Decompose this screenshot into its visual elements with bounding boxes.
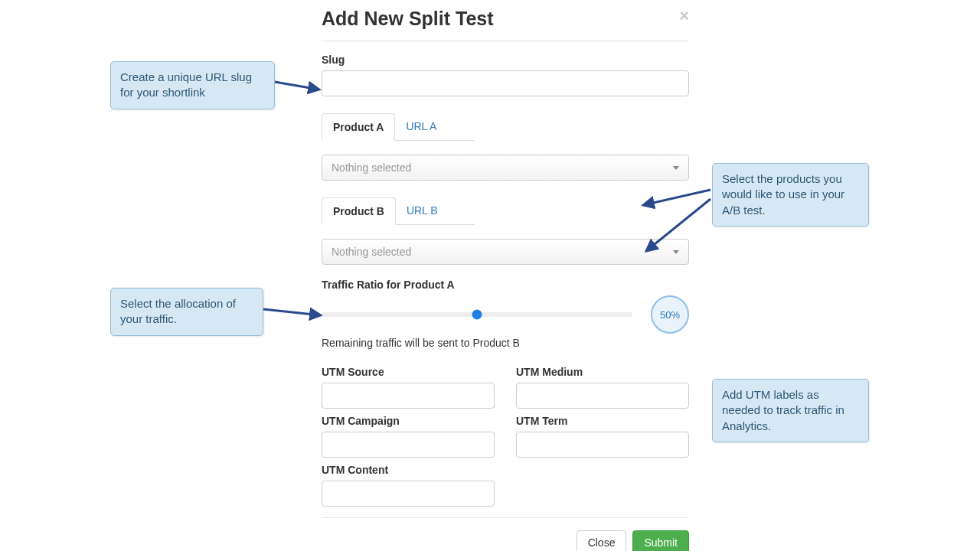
utm-source-input[interactable]: [322, 383, 495, 409]
svg-line-0: [275, 82, 319, 90]
tab-product-a[interactable]: Product A: [322, 113, 395, 141]
product-a-select-text: Nothing selected: [332, 161, 411, 174]
divider: [322, 517, 689, 518]
tabs-product-a: Product A URL A: [322, 113, 475, 141]
arrow-icon: [628, 174, 720, 266]
svg-line-1: [643, 190, 710, 205]
traffic-helper-text: Remaining traffic will be sent to Produc…: [322, 337, 689, 349]
traffic-ratio-label: Traffic Ratio for Product A: [322, 279, 689, 291]
submit-button[interactable]: Submit: [632, 530, 689, 551]
svg-line-3: [263, 309, 321, 315]
arrow-icon: [275, 76, 328, 99]
utm-term-label: UTM Term: [516, 415, 689, 427]
utm-campaign-label: UTM Campaign: [322, 415, 495, 427]
slug-label: Slug: [322, 54, 689, 66]
modal-header: Add New Split Test ×: [322, 8, 689, 41]
tabs-product-b: Product B URL B: [322, 197, 475, 225]
product-b-select-text: Nothing selected: [332, 246, 411, 258]
close-button[interactable]: Close: [577, 530, 627, 551]
tab-url-a[interactable]: URL A: [395, 113, 447, 140]
tab-url-b[interactable]: URL B: [396, 197, 449, 224]
modal-body: Slug Product A URL A Nothing selected Pr…: [322, 41, 689, 551]
split-test-modal: Add New Split Test × Slug Product A URL …: [322, 8, 689, 551]
traffic-value-badge: 50%: [651, 295, 689, 334]
close-icon[interactable]: ×: [679, 8, 689, 24]
tab-product-b[interactable]: Product B: [322, 197, 396, 225]
traffic-slider-row: 50%: [322, 295, 689, 334]
utm-content-input[interactable]: [322, 481, 495, 507]
callout-traffic: Select the allocation of your traffic.: [110, 288, 263, 336]
utm-content-label: UTM Content: [322, 464, 495, 476]
traffic-slider-thumb[interactable]: [472, 310, 482, 320]
modal-title: Add New Split Test: [322, 8, 494, 30]
utm-content-row: UTM Content: [322, 464, 495, 507]
svg-line-2: [646, 199, 710, 251]
traffic-ratio-section: Traffic Ratio for Product A 50% Remainin…: [322, 279, 689, 349]
callout-products: Select the products you would like to us…: [712, 163, 869, 227]
modal-footer: Close Submit: [322, 523, 689, 551]
chevron-down-icon: [673, 166, 679, 170]
utm-source-label: UTM Source: [322, 366, 495, 378]
callout-utm: Add UTM labels as needed to track traffi…: [712, 379, 869, 442]
utm-campaign-input[interactable]: [322, 432, 495, 458]
utm-term-input[interactable]: [516, 432, 689, 458]
utm-grid: UTM Source UTM Medium UTM Campaign UTM T…: [322, 366, 689, 458]
slug-input[interactable]: [322, 70, 689, 96]
callout-slug: Create a unique URL slug for your shortl…: [110, 61, 275, 109]
utm-medium-input[interactable]: [516, 383, 689, 409]
arrow-icon: [263, 303, 332, 326]
utm-medium-label: UTM Medium: [516, 366, 689, 378]
traffic-slider[interactable]: [322, 312, 632, 317]
